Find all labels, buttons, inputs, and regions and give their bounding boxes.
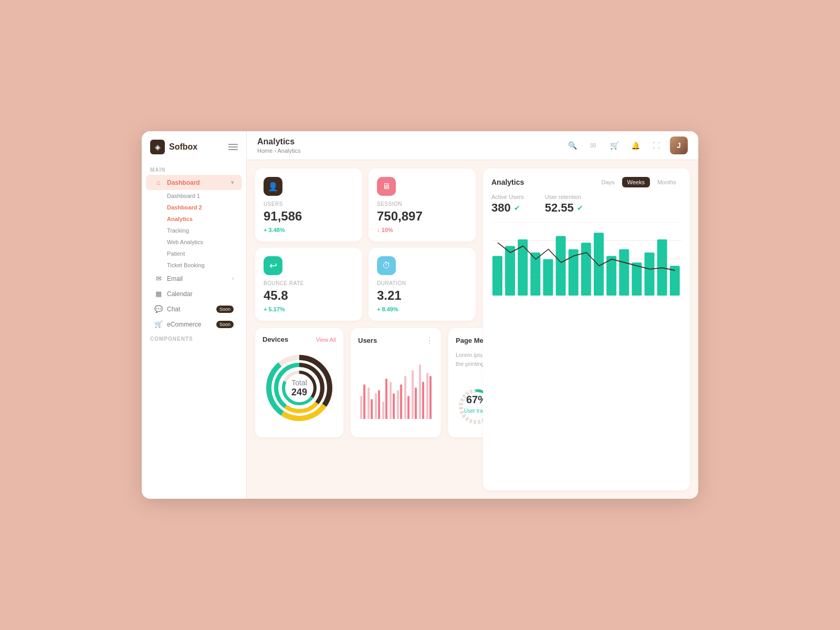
main-content: Analytics Home › Analytics 🔍 ✉ 🛒 🔔 ⛶ J (247, 131, 698, 499)
bar-segment-b (415, 387, 417, 419)
stat-card-users: 👤 USERS 91,586 + 3.48% (255, 169, 362, 242)
tab-days[interactable]: Days (596, 177, 620, 187)
metric-active-users: Active Users 380 ✔ (491, 194, 524, 215)
sidebar-item-dashboard[interactable]: ⌂ Dashboard ▾ (146, 175, 242, 190)
duration-change: + 8.49% (377, 306, 467, 312)
search-icon[interactable]: 🔍 (565, 138, 580, 153)
sidebar-item-calendar-label: Calendar (167, 290, 193, 298)
bounce-change: + 5.17% (264, 306, 354, 312)
bar-segment-b (400, 384, 402, 419)
metric-retention: User retention 52.55 ✔ (545, 194, 583, 215)
fullscreen-icon[interactable]: ⛶ (649, 138, 664, 153)
devices-title: Devices (262, 335, 288, 343)
sidebar-item-dashboard2[interactable]: Dashboard 2 (163, 202, 242, 213)
stat-card-session: 🖥 SESSION 750,897 ↓ 10% (369, 169, 476, 242)
avatar[interactable]: J (670, 136, 688, 154)
analytics-card: Analytics Days Weeks Months Active Users… (483, 169, 690, 490)
check-icon-users: ✔ (514, 204, 520, 212)
sidebar-item-analytics[interactable]: Analytics (163, 213, 242, 225)
stat-card-bounce: ↩ BOUNCE RATE 45.8 + 5.17% (255, 248, 362, 321)
content-right: Analytics Days Weeks Months Active Users… (483, 169, 690, 490)
logo-text: Sofbox (169, 142, 197, 152)
sidebar-item-chat[interactable]: 💬 Chat Soon (146, 301, 242, 317)
breadcrumb-home[interactable]: Home (257, 148, 272, 154)
tab-weeks[interactable]: Weeks (622, 177, 650, 187)
bounce-value: 45.8 (264, 288, 354, 303)
sidebar-sub-dashboard: Dashboard 1 Dashboard 2 Analytics Tracki… (142, 190, 246, 271)
bar-segment-a (368, 387, 370, 419)
svg-rect-27 (606, 256, 616, 296)
bottom-row: Devices View All (255, 328, 476, 437)
retention-value: 52.55 (545, 201, 574, 215)
users-card-title: Users (358, 337, 377, 344)
hamburger-menu[interactable] (228, 144, 238, 150)
logo-area: ◈ Sofbox (150, 140, 197, 154)
bar-group (382, 379, 387, 419)
svg-rect-29 (632, 262, 642, 296)
session-label: SESSION (377, 201, 467, 207)
check-icon-retention: ✔ (577, 204, 583, 212)
bar-group (426, 373, 432, 419)
mail-icon[interactable]: ✉ (586, 138, 601, 153)
ecommerce-badge: Soon (216, 321, 234, 328)
duration-value: 3.21 (377, 288, 467, 303)
svg-rect-22 (543, 259, 553, 296)
donut-center: Total 249 (291, 379, 307, 398)
calendar-icon: ▦ (154, 290, 163, 298)
bar-segment-b (385, 379, 387, 419)
sidebar-item-ecommerce[interactable]: 🛒 eCommerce Soon (146, 317, 242, 332)
notification-icon[interactable]: 🔔 (628, 138, 643, 153)
sidebar-item-chat-label: Chat (167, 306, 180, 313)
users-more-icon[interactable]: ⋮ (425, 335, 434, 345)
session-change: ↓ 10% (377, 227, 467, 233)
sidebar-item-ticket-booking[interactable]: Ticket Booking (163, 259, 242, 271)
sidebar-item-patient[interactable]: Patient (163, 248, 242, 259)
sidebar-item-email-label: Email (167, 275, 183, 282)
sidebar-item-email[interactable]: ✉ Email › (146, 271, 242, 286)
sidebar-item-web-analytics[interactable]: Web Analytics (163, 236, 242, 248)
ecommerce-icon: 🛒 (154, 320, 163, 328)
bar-segment-b (378, 390, 380, 419)
bar-segment-a (397, 390, 399, 419)
active-users-value-row: 380 ✔ (491, 201, 524, 215)
users-card: Users ⋮ (351, 328, 441, 437)
chevron-down-icon: ▾ (231, 180, 234, 185)
metrics-row: Active Users 380 ✔ User retention 52.55 … (491, 194, 681, 215)
users-icon: 👤 (264, 177, 282, 196)
analytics-chart-svg (491, 222, 681, 296)
users-value: 91,586 (264, 209, 354, 224)
view-all-button[interactable]: View All (316, 337, 336, 343)
cart-icon[interactable]: 🛒 (607, 138, 622, 153)
active-users-label: Active Users (491, 194, 524, 200)
users-bar-chart (358, 351, 434, 419)
users-change: + 3.48% (264, 227, 354, 233)
bar-segment-b (429, 376, 432, 419)
topbar-right: 🔍 ✉ 🛒 🔔 ⛶ J (565, 136, 688, 154)
total-value: 249 (291, 387, 307, 398)
analytics-title: Analytics (491, 178, 524, 186)
bar-segment-b (363, 384, 365, 419)
avatar-image: J (670, 136, 688, 154)
sidebar-item-dashboard1[interactable]: Dashboard 1 (163, 190, 242, 202)
bar-segment-b (407, 396, 410, 419)
active-users-value: 380 (491, 201, 511, 215)
bar-group (404, 376, 410, 419)
bar-group (397, 384, 402, 419)
tab-months[interactable]: Months (652, 177, 681, 187)
donut-chart: Total 249 (262, 349, 336, 427)
stat-card-duration: ⏱ DURATION 3.21 + 8.49% (369, 248, 476, 321)
analytics-chart-area (491, 222, 681, 296)
svg-rect-23 (556, 236, 566, 296)
breadcrumb: Home › Analytics (257, 148, 301, 154)
analytics-header: Analytics Days Weeks Months (491, 177, 681, 187)
retention-value-row: 52.55 ✔ (545, 201, 583, 215)
bar-segment-a (360, 396, 362, 419)
sidebar-logo: ◈ Sofbox (142, 140, 246, 163)
devices-header: Devices View All (262, 335, 336, 343)
bar-segment-a (382, 402, 384, 419)
chevron-right-icon: › (232, 276, 234, 281)
svg-rect-25 (581, 243, 591, 296)
sidebar-item-tracking[interactable]: Tracking (163, 225, 242, 236)
sidebar-item-dashboard-label: Dashboard (167, 179, 200, 186)
sidebar-item-calendar[interactable]: ▦ Calendar (146, 286, 242, 301)
